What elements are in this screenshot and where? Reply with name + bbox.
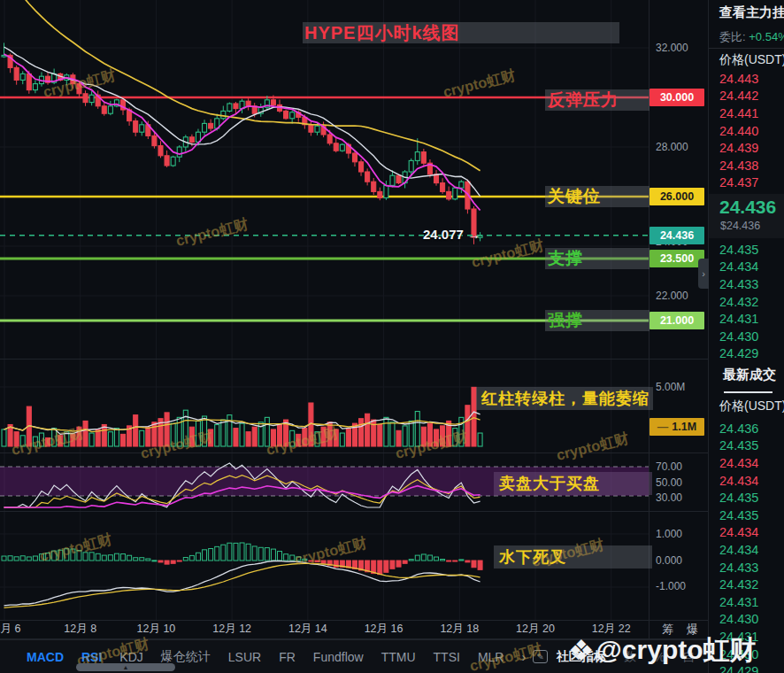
trade-row[interactable]: 24.430 [719,611,758,629]
date-label: 12月 14 [277,622,339,637]
price-badge: 24.436 [649,227,704,244]
price-badge-label: 23.500 [660,252,694,265]
trade-row[interactable]: 24.433 [719,559,758,576]
axis-label: -1.000 [656,580,686,592]
sidebar-collapse-handle[interactable]: › [698,259,709,289]
current-price-block[interactable]: 24.436 $24.436 [709,194,784,238]
annotation-key-level: 关键位 [545,186,649,207]
chart-title: HYPE四小时k线图 [303,21,460,45]
date-label: 12月 8 [50,622,111,637]
annotation-strong-support: 强撑 [545,310,649,331]
date-label: 12月 20 [504,622,566,637]
price-badge: —1.1M [649,418,704,436]
tab-Fundflow[interactable]: Fundflow [313,650,364,664]
weibi-value: +0.54% [749,30,784,43]
orderbook-ask-row[interactable]: 24.442 [719,88,758,105]
trade-row[interactable]: 24.435 [719,489,758,507]
orderbook-header[interactable]: 查看主力挂单 [719,4,784,21]
binance-diamond-icon: ❖ [568,636,595,665]
trading-app-window: HYPE四小时k线图 反弹压力 关键位 支撑 强撑 红柱转绿柱，量能萎缩 卖盘大… [0,0,784,673]
chart-title-box: HYPE四小时k线图 [303,22,619,43]
price-badge: 30.000 [649,89,704,106]
dash-marker: — [657,421,669,433]
divider [709,48,784,49]
trade-row[interactable]: 24.434 [719,472,758,490]
triangle-up-icon: ▲ [123,664,129,670]
ask-list: 24.44324.44224.44124.44024.43924.43824.4… [719,70,758,191]
chevron-right-icon: › [702,268,705,279]
orderbook-ask-row[interactable]: 24.439 [719,139,758,157]
trade-row[interactable]: 24.432 [719,576,758,593]
trade-row[interactable]: 24.435 [719,437,758,455]
axis-label: 70.00 [656,460,682,473]
annotation-macd: 水下死叉 [494,545,652,569]
orderbook-bid-row[interactable]: 24.429 [719,345,758,363]
tab-TTMU[interactable]: TTMU [381,650,416,664]
tab-LSUR[interactable]: LSUR [228,650,261,664]
trade-row[interactable]: 24.436 [719,420,758,437]
weibi-label: 委比: [719,30,746,43]
trade-row[interactable]: 24.434 [719,541,758,559]
current-price-usd: $24.436 [720,220,760,232]
annotation-volume: 红柱转绿柱，量能萎缩 [476,387,653,410]
tab-RSI[interactable]: RSI [81,650,102,664]
trade-row[interactable]: 24.435 [719,507,758,524]
price-badge-label: 1.1M [672,421,696,433]
axis-label: 30.00 [656,491,682,504]
brand-handle: @crypto虹财 [596,632,757,669]
trade-row[interactable]: 24.434 [719,524,758,542]
axis-label: 0.000 [656,554,682,567]
price-badge-label: 30.000 [660,91,694,104]
orderbook-ask-row[interactable]: 24.443 [719,70,758,88]
axis-label: 5.00M [656,381,685,393]
axis-label: 1.000 [656,528,682,540]
orderbook-bid-row[interactable]: 24.433 [719,275,758,293]
tab-KDJ[interactable]: KDJ [119,650,142,664]
price-badge: 26.000 [649,188,704,205]
weibi-row: 委比: +0.54% [719,29,784,45]
price-badge: 23.500 [649,250,704,267]
orderbook-bid-row[interactable]: 24.434 [719,259,758,276]
axis-label: 50.00 [656,476,682,489]
current-price: 24.436 [719,197,776,218]
trade-row[interactable]: 24.431 [719,593,758,611]
orderbook-ask-row[interactable]: 24.438 [719,157,758,174]
chart-scroll-handle[interactable]: ▲ [76,663,175,671]
brand-watermark: ❖ @crypto虹财 [568,632,757,669]
price-badge: 21.000 [649,312,704,329]
annotation-support: 支撑 [545,248,649,269]
price-badge-label: 21.000 [660,314,694,327]
price-badge-label: 26.000 [660,190,694,203]
axis-label: 32.000 [656,42,688,54]
orderbook-ask-row[interactable]: 24.440 [719,122,758,140]
orderbook-sidebar: 查看主力挂单 委比: +0.54% 价格(USDT) 24.44324.4422… [708,0,784,673]
date-label: 12月 18 [428,622,490,637]
tab-FR[interactable]: FR [279,650,296,664]
orderbook-ask-row[interactable]: 24.441 [719,104,758,122]
edit-icon[interactable]: ✎ [533,650,547,663]
tab-MACD[interactable]: MACD [27,650,64,664]
bid-list: 24.43524.43424.43324.43224.43124.43024.4… [719,241,758,362]
orderbook-bid-row[interactable]: 24.432 [719,293,758,311]
trade-row[interactable]: 24.434 [719,454,758,472]
date-label: 12月 6 [0,622,35,637]
latest-trades-header: 最新成交 [723,367,776,383]
orderbook-price-header: 价格(USDT) [719,52,784,68]
date-label: 12月 12 [201,622,263,637]
date-label: 12月 16 [353,622,415,637]
orderbook-bid-row[interactable]: 24.431 [719,310,758,328]
price-badge-label: 24.436 [660,229,694,242]
axis-label: 28.000 [656,141,688,153]
tab-MLR[interactable]: MLR [478,650,504,664]
tab-爆仓统计[interactable]: 爆仓统计 [161,649,211,665]
axis-label: 22.000 [656,290,688,302]
orderbook-ask-row[interactable]: 24.437 [719,174,758,192]
orderbook-bid-row[interactable]: 24.435 [719,241,758,259]
divider [724,391,772,393]
chevron-right-icon[interactable]: › [521,649,526,664]
orderbook-bid-row[interactable]: 24.430 [719,328,758,345]
last-low-callout: 24.077 → [423,227,480,242]
annotation-resistance: 反弹压力 [545,89,649,111]
date-label: 12月 10 [125,622,187,637]
tab-TTSI[interactable]: TTSI [434,650,460,664]
